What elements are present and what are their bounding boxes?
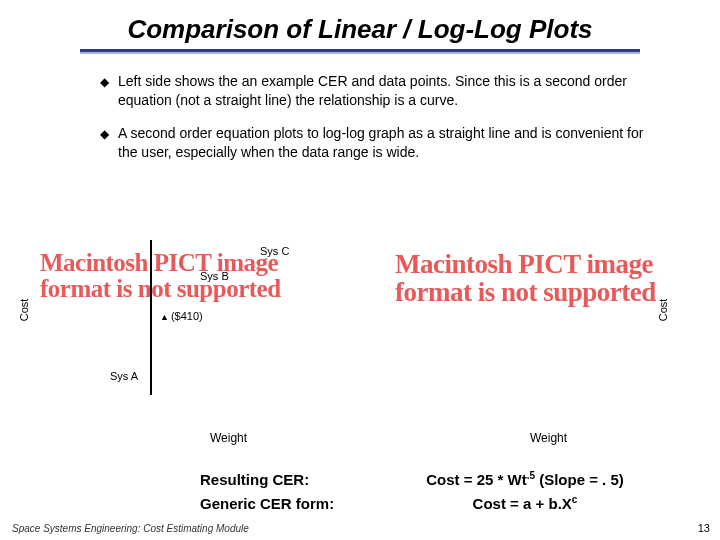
y-axis-line bbox=[150, 240, 152, 395]
page-number: 13 bbox=[698, 522, 710, 534]
eq-text: (Slope = . 5) bbox=[535, 471, 624, 488]
data-label-sys-a: Sys A bbox=[110, 370, 138, 382]
slide: Comparison of Linear / Log-Log Plots ◆ L… bbox=[0, 0, 720, 540]
x-axis-label: Weight bbox=[210, 431, 247, 445]
equations-block: Resulting CER: Cost = 25 * Wt.5 (Slope =… bbox=[0, 464, 720, 512]
title-block: Comparison of Linear / Log-Log Plots bbox=[0, 0, 720, 54]
resulting-cer-value: Cost = 25 * Wt.5 (Slope = . 5) bbox=[370, 470, 680, 488]
diamond-icon: ◆ bbox=[100, 72, 118, 110]
data-label-sys-c: Sys C bbox=[260, 245, 289, 257]
data-label-sys-b: Sys B bbox=[200, 270, 229, 282]
eq-text: Cost = 25 * Wt bbox=[426, 471, 526, 488]
pict-placeholder-text: Macintosh PICT image format is not suppo… bbox=[395, 250, 680, 307]
data-label-price: ($410) bbox=[160, 310, 203, 322]
x-axis-label: Weight bbox=[530, 431, 567, 445]
y-axis-label: Cost bbox=[657, 280, 669, 340]
resulting-cer-row: Resulting CER: Cost = 25 * Wt.5 (Slope =… bbox=[200, 470, 680, 488]
generic-cer-value: Cost = a + b.Xc bbox=[370, 494, 680, 512]
generic-cer-row: Generic CER form: Cost = a + b.Xc bbox=[200, 494, 680, 512]
eq-text: Cost = a + b.X bbox=[473, 495, 572, 512]
charts-region: Macintosh PICT image format is not suppo… bbox=[30, 230, 690, 440]
diamond-icon: ◆ bbox=[100, 124, 118, 162]
bullet-item: ◆ Left side shows the an example CER and… bbox=[100, 72, 660, 110]
footer-text: Space Systems Engineering: Cost Estimati… bbox=[12, 523, 249, 534]
bullet-text: A second order equation plots to log-log… bbox=[118, 124, 660, 162]
page-title: Comparison of Linear / Log-Log Plots bbox=[0, 14, 720, 45]
bullet-list: ◆ Left side shows the an example CER and… bbox=[0, 54, 720, 162]
y-axis-label: Cost bbox=[18, 280, 30, 340]
title-underline bbox=[80, 49, 640, 52]
resulting-cer-label: Resulting CER: bbox=[200, 471, 370, 488]
generic-cer-label: Generic CER form: bbox=[200, 495, 370, 512]
left-chart: Macintosh PICT image format is not suppo… bbox=[30, 230, 345, 440]
bullet-text: Left side shows the an example CER and d… bbox=[118, 72, 660, 110]
bullet-item: ◆ A second order equation plots to log-l… bbox=[100, 124, 660, 162]
eq-exponent: .5 bbox=[527, 470, 535, 481]
pict-placeholder-text: Macintosh PICT image format is not suppo… bbox=[40, 250, 335, 303]
right-chart: Macintosh PICT image format is not suppo… bbox=[375, 230, 690, 440]
eq-exponent: c bbox=[572, 494, 578, 505]
